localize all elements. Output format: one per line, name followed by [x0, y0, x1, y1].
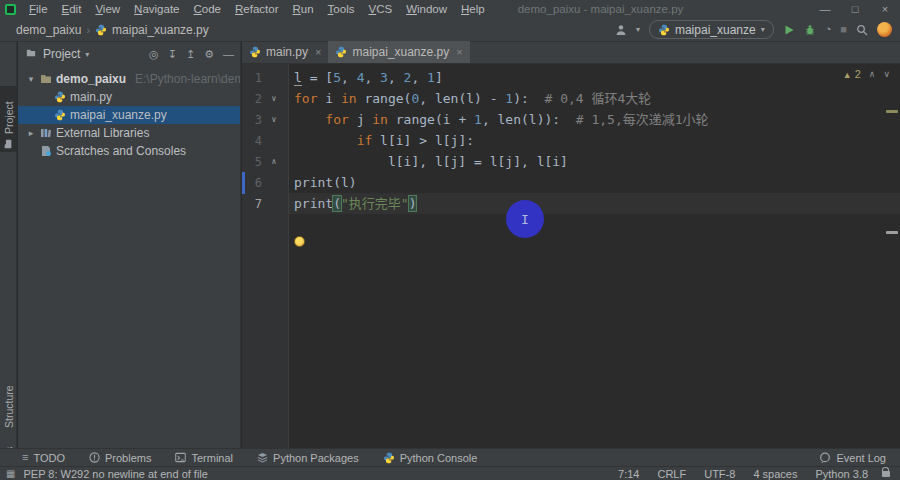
chevron-collapsed-icon[interactable]: ▸ — [26, 128, 36, 138]
line-number[interactable]: 3 — [242, 113, 262, 127]
line-number[interactable]: 6 — [242, 176, 262, 190]
file-encoding[interactable]: UTF-8 — [704, 468, 735, 480]
code-token: , — [364, 70, 380, 85]
code-line-6[interactable]: print(l) — [289, 172, 900, 193]
run-button[interactable] — [783, 24, 795, 36]
locate-file-icon[interactable]: ◎ — [149, 48, 159, 61]
toolwindow-label: Python Packages — [273, 452, 359, 464]
lock-icon[interactable] — [882, 471, 890, 477]
breadcrumb-project[interactable]: demo_paixu — [16, 23, 81, 37]
tree-item-external-libraries[interactable]: ▸External Libraries — [18, 124, 240, 142]
run-configuration-select[interactable]: maipai_xuanze ▾ — [649, 20, 774, 39]
next-problem-icon[interactable]: ∨ — [883, 69, 890, 79]
menu-view[interactable]: View — [88, 3, 127, 15]
code-token: in — [341, 91, 364, 106]
debug-button[interactable] — [804, 24, 816, 36]
menu-code[interactable]: Code — [187, 3, 229, 15]
gutter-line-5[interactable]: 5∧ — [242, 151, 288, 172]
gutter-line-1[interactable]: 1 — [242, 67, 288, 88]
stripe-project-button[interactable]: Project — [0, 86, 17, 152]
tab-close-icon[interactable]: × — [456, 46, 462, 58]
profile-button[interactable]: ◔ — [825, 24, 832, 35]
code-line-4[interactable]: if l[i] > l[j]: — [289, 130, 900, 151]
problems-icon — [89, 452, 100, 463]
code-line-1[interactable]: l = [5, 4, 3, 2, 1] — [289, 67, 900, 88]
line-separator[interactable]: CRLF — [657, 468, 686, 480]
line-number[interactable]: 4 — [242, 134, 262, 148]
gutter-line-3[interactable]: 3∨ — [242, 109, 288, 130]
fold-up-icon[interactable]: ∧ — [262, 157, 286, 166]
collapse-all-icon[interactable]: ↧ — [168, 48, 177, 61]
caret-position[interactable]: 7:14 — [618, 468, 639, 480]
gutter-line-6[interactable]: 6 — [242, 172, 288, 193]
code-line-5[interactable]: l[i], l[j] = l[j], l[i] — [289, 151, 900, 172]
menu-run[interactable]: Run — [286, 3, 321, 15]
editor-gutter[interactable]: 12∨3∨45∧67 — [242, 64, 289, 448]
user-settings-icon[interactable] — [615, 24, 627, 36]
menu-tools[interactable]: Tools — [321, 3, 362, 15]
code-token: l[i], l[j] = l[j], l[i] — [294, 154, 568, 169]
toolwindow-python-packages[interactable]: Python Packages — [245, 449, 371, 467]
close-icon[interactable]: × — [870, 3, 900, 15]
toolbar-right: ▾ maipai_xuanze ▾ ◔ ■ — [615, 20, 900, 39]
tool-windows-grid-icon[interactable]: ▦ — [6, 468, 15, 479]
intention-bulb-icon[interactable] — [294, 236, 305, 247]
minimize-icon[interactable]: — — [810, 3, 840, 15]
event-log-icon — [819, 452, 831, 464]
expand-all-icon[interactable]: ↥ — [186, 48, 195, 61]
breadcrumb-file[interactable]: maipai_xuanze.py — [112, 23, 209, 37]
search-everywhere-icon[interactable] — [856, 24, 868, 36]
tree-item-maipai-xuanze-py[interactable]: maipai_xuanze.py — [18, 106, 240, 124]
fold-down-icon[interactable]: ∨ — [262, 94, 286, 103]
hide-panel-icon[interactable]: — — [223, 48, 234, 60]
menu-refactor[interactable]: Refactor — [228, 3, 285, 15]
warning-count[interactable]: 2 — [855, 68, 861, 80]
menu-edit[interactable]: Edit — [55, 3, 89, 15]
menu-window[interactable]: Window — [399, 3, 454, 15]
chevron-down-icon[interactable]: ▾ — [85, 50, 89, 59]
tab-maipai-xuanze-py[interactable]: maipai_xuanze.py× — [328, 41, 469, 63]
code-surface[interactable]: l = [5, 4, 3, 2, 1]for i in range(0, len… — [289, 64, 900, 448]
project-panel-header: Project ▾ ◎ ↧ ↥ ⚙ — — [18, 42, 240, 66]
line-number[interactable]: 1 — [242, 71, 262, 85]
menu-navigate[interactable]: Navigate — [127, 3, 186, 15]
gutter-line-4[interactable]: 4 — [242, 130, 288, 151]
tree-item-main-py[interactable]: main.py — [18, 88, 240, 106]
menu-vcs[interactable]: VCS — [361, 3, 399, 15]
chevron-expanded-icon[interactable]: ▾ — [26, 74, 36, 84]
menu-help[interactable]: Help — [454, 3, 492, 15]
profile-avatar[interactable] — [877, 22, 892, 37]
event-log-button[interactable]: Event Log — [819, 452, 900, 464]
gutter-line-7[interactable]: 7 — [242, 193, 288, 214]
indent-setting[interactable]: 4 spaces — [753, 468, 797, 480]
status-message[interactable]: PEP 8: W292 no newline at end of file — [23, 468, 207, 480]
chevron-down-icon[interactable]: ▾ — [636, 25, 640, 34]
fold-down-icon[interactable]: ∨ — [262, 115, 286, 124]
tree-item-demo-paixu[interactable]: ▾demo_paixuE:\Python-learn\demo_paixu — [18, 70, 240, 88]
prev-problem-icon[interactable]: ∧ — [869, 69, 876, 79]
toolwindow-problems[interactable]: Problems — [77, 449, 163, 467]
interpreter[interactable]: Python 3.8 — [815, 468, 868, 480]
tab-close-icon[interactable]: × — [315, 46, 321, 58]
gear-icon[interactable]: ⚙ — [204, 48, 214, 61]
stripe-structure-button[interactable]: Structure — [0, 362, 17, 428]
menu-file[interactable]: File — [22, 3, 55, 15]
line-number[interactable]: 7 — [242, 197, 262, 211]
line-number[interactable]: 5 — [242, 155, 262, 169]
code-line-2[interactable]: for i in range(0, len(l) - 1): # 0,4 循环4… — [289, 88, 900, 109]
editor-body[interactable]: 12∨3∨45∧67 l = [5, 4, 3, 2, 1]for i in r… — [242, 64, 900, 448]
python-icon — [54, 109, 66, 121]
stop-button[interactable]: ■ — [840, 24, 847, 35]
gutter-line-2[interactable]: 2∨ — [242, 88, 288, 109]
line-number[interactable]: 2 — [242, 92, 262, 106]
maximize-icon[interactable]: □ — [840, 3, 870, 15]
code-line-3[interactable]: for j in range(i + 1, len(l)): # 1,5,每次递… — [289, 109, 900, 130]
toolwindow-python-console[interactable]: Python Console — [371, 449, 490, 467]
project-panel-title[interactable]: Project — [43, 47, 80, 61]
toolwindow-terminal[interactable]: Terminal — [163, 449, 245, 467]
toolwindow-todo[interactable]: ≡TODO — [0, 449, 77, 467]
tree-item-scratches-and-consoles[interactable]: Scratches and Consoles — [18, 142, 240, 160]
tab-main-py[interactable]: main.py× — [242, 41, 328, 63]
code-line-7[interactable]: print("执行完毕") — [289, 193, 900, 214]
python-icon — [383, 452, 395, 464]
